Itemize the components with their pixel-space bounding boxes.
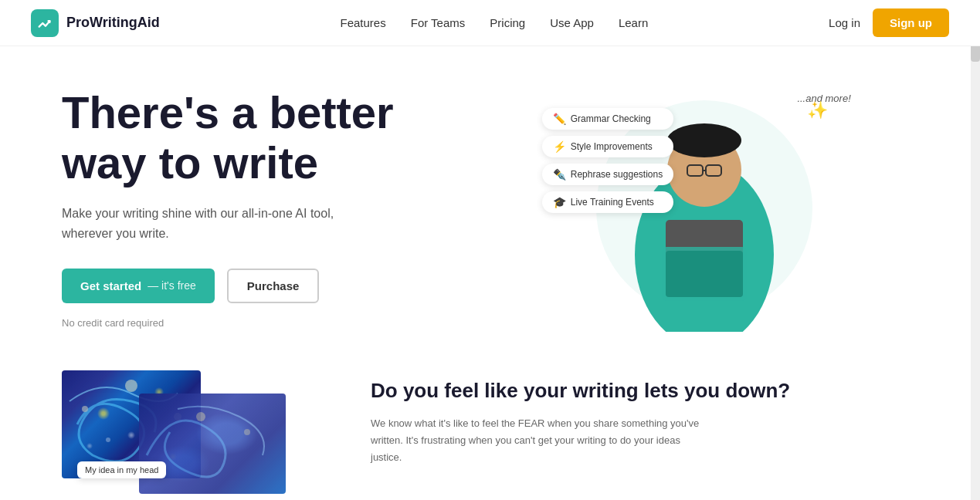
pill-training: 🎓 Live Training Events xyxy=(542,191,673,213)
hero-section: There's a better way to write Make your … xyxy=(0,46,980,355)
svg-point-9 xyxy=(125,380,137,392)
hero-title: There's a better way to write xyxy=(62,88,490,188)
svg-point-14 xyxy=(244,429,250,435)
navbar: ProWritingAid Features For Teams Pricing… xyxy=(0,0,980,46)
hero-buttons: Get started — it's free Purchase xyxy=(62,269,490,303)
hero-image-area: ✏️ Grammar Checking ⚡ Style Improvements… xyxy=(490,77,919,340)
hero-subtitle: Make your writing shine with our all-in-… xyxy=(62,204,355,243)
rephrase-icon: ✒️ xyxy=(553,168,566,181)
nav-features[interactable]: Features xyxy=(341,16,386,29)
section-body: We know what it's like to feel the FEAR … xyxy=(371,415,710,466)
brand-logo[interactable]: ProWritingAid xyxy=(31,9,160,37)
idea-bubble: My idea in my head xyxy=(77,461,166,478)
logo-icon xyxy=(31,9,59,37)
nav-actions: Log in Sign up xyxy=(829,8,949,37)
style-icon: ⚡ xyxy=(553,140,566,153)
hero-visual: ✏️ Grammar Checking ⚡ Style Improvements… xyxy=(565,85,843,332)
nav-pricing[interactable]: Pricing xyxy=(490,16,525,29)
scrollbar-track[interactable] xyxy=(971,0,980,500)
pill-rephrase: ✒️ Rephrase suggestions xyxy=(542,164,673,185)
purchase-button[interactable]: Purchase xyxy=(227,269,320,303)
section-heading: Do you feel like your writing lets you d… xyxy=(371,378,918,404)
get-started-button[interactable]: Get started — it's free xyxy=(62,269,215,303)
blue-overlay-image xyxy=(139,394,286,494)
no-credit-text: No credit card required xyxy=(62,317,490,329)
grammar-icon: ✏️ xyxy=(553,113,566,125)
pill-grammar: ✏️ Grammar Checking xyxy=(542,108,673,130)
hero-content: There's a better way to write Make your … xyxy=(62,88,490,328)
svg-point-12 xyxy=(106,438,110,442)
section-two: My idea in my head Do you feel like your… xyxy=(0,355,980,500)
nav-learn[interactable]: Learn xyxy=(619,16,648,29)
section-two-content: Do you feel like your writing lets you d… xyxy=(371,370,918,466)
svg-point-13 xyxy=(196,412,205,421)
svg-point-5 xyxy=(667,123,741,157)
training-icon: 🎓 xyxy=(553,196,566,208)
sparkle-icon: ✨ xyxy=(807,100,828,120)
nav-for-teams[interactable]: For Teams xyxy=(411,16,466,29)
brand-name: ProWritingAid xyxy=(66,15,160,31)
nav-use-app[interactable]: Use App xyxy=(550,16,594,29)
section-image-area: My idea in my head xyxy=(62,370,324,494)
signup-button[interactable]: Sign up xyxy=(873,8,949,37)
login-button[interactable]: Log in xyxy=(829,16,860,29)
nav-links: Features For Teams Pricing Use App Learn xyxy=(341,16,649,30)
svg-point-10 xyxy=(82,406,88,412)
pill-style: ⚡ Style Improvements xyxy=(542,136,673,157)
svg-rect-8 xyxy=(666,251,743,297)
free-label: — it's free xyxy=(148,279,196,292)
feature-pills: ✏️ Grammar Checking ⚡ Style Improvements… xyxy=(542,108,673,213)
